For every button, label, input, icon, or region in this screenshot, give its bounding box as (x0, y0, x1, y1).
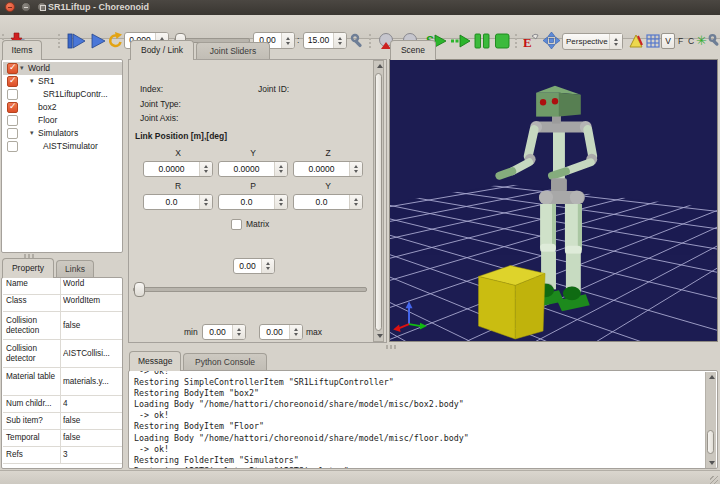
property-value: false (63, 433, 121, 443)
yaw-spinbox[interactable]: 0.0 (293, 194, 363, 210)
property-row[interactable]: Collision detector AISTCollisi... (3, 340, 122, 368)
joint-angle-spinbox[interactable]: 0.00 (233, 258, 275, 274)
minimize-window-icon[interactable] (21, 2, 31, 12)
close-window-icon[interactable] (5, 2, 15, 12)
spin-buttons[interactable] (274, 195, 287, 209)
spin-buttons[interactable] (281, 33, 294, 48)
property-row[interactable]: Refs 3 (3, 447, 122, 464)
joint-slider-track[interactable] (133, 287, 367, 292)
collision-visualization-icon[interactable] (628, 32, 644, 55)
stop-simulation-icon[interactable] (494, 32, 511, 55)
spin-buttons[interactable] (349, 162, 362, 176)
scroll-up-icon[interactable] (377, 64, 383, 68)
property-row[interactable]: Class WorldItem (3, 295, 122, 312)
maximize-window-icon[interactable] (37, 2, 47, 12)
scene-3d-viewport[interactable] (389, 59, 718, 342)
scrollbar-thumb[interactable] (707, 430, 714, 454)
tab-joint-sliders[interactable]: Joint Sliders (196, 42, 270, 59)
pause-simulation-icon[interactable] (474, 32, 491, 55)
spin-buttons[interactable] (199, 162, 212, 176)
scroll-down-icon[interactable] (377, 334, 383, 338)
z-position-spinbox[interactable]: 0.0000 (293, 161, 363, 177)
y-position-spinbox[interactable]: 0.0000 (218, 161, 288, 177)
joint-type-label: Joint Type: (140, 99, 181, 109)
joint-min-value: 0.00 (203, 325, 232, 339)
item-check-checkbox[interactable] (7, 89, 18, 100)
property-row[interactable]: Temporal false (3, 430, 122, 447)
combo-arrows[interactable] (609, 34, 622, 49)
scrollbar-thumb[interactable] (375, 73, 382, 331)
edit-mode-icon[interactable]: E (523, 32, 541, 55)
property-row[interactable]: Collision detection false (3, 312, 122, 340)
scroll-down-icon[interactable] (709, 461, 715, 465)
item-check-checkbox[interactable] (7, 76, 18, 87)
tree-item-box2[interactable]: box2 (3, 101, 122, 114)
item-check-checkbox[interactable] (7, 63, 18, 74)
tab-python-console[interactable]: Python Console (183, 353, 267, 370)
item-check-checkbox[interactable] (7, 102, 18, 113)
property-row[interactable]: Name World (3, 278, 122, 295)
tree-item-sr1[interactable]: ▾ SR1 (3, 75, 122, 88)
scene-3d-render (390, 60, 717, 341)
body-link-scrollbar[interactable] (373, 60, 384, 342)
spin-buttons[interactable] (232, 325, 245, 339)
item-check-checkbox[interactable] (7, 128, 18, 139)
spin-buttons[interactable] (274, 162, 287, 176)
message-console[interactable]: -> ok! Restoring SimpleControllerItem "S… (128, 370, 718, 469)
playback-end-spinbox[interactable]: 15.00 (303, 32, 347, 49)
tree-item-aistsimulator[interactable]: AISTSimulator (3, 140, 122, 153)
splitter-handle[interactable] (386, 345, 398, 349)
tab-message[interactable]: Message (129, 351, 181, 371)
joint-slider-handle[interactable] (134, 282, 145, 297)
expander-icon[interactable]: ▾ (20, 64, 24, 72)
tree-item-sr1liftupcontroller[interactable]: SR1LiftupContr... (3, 88, 122, 101)
spin-buttons[interactable] (349, 195, 362, 209)
refresh-icon[interactable] (107, 32, 124, 55)
spin-buttons[interactable] (333, 33, 346, 48)
expander-icon[interactable]: ▾ (30, 129, 34, 137)
play-icon[interactable] (89, 32, 107, 55)
tree-item-floor[interactable]: Floor (3, 114, 122, 127)
wireframe-grid-icon[interactable] (645, 32, 661, 55)
y-position-value: 0.0000 (219, 162, 274, 176)
item-check-checkbox[interactable] (7, 115, 18, 126)
tab-property[interactable]: Property (2, 258, 54, 278)
tab-scene[interactable]: Scene (390, 40, 436, 60)
joint-max-spinbox[interactable]: 0.00 (259, 324, 303, 340)
scene-settings-wrench-icon[interactable] (708, 32, 720, 55)
collision-toggle-button[interactable]: C (688, 36, 694, 46)
spin-buttons[interactable] (289, 325, 302, 339)
expander-icon[interactable]: ▾ (30, 77, 34, 85)
item-check-checkbox[interactable] (7, 141, 18, 152)
vertex-toggle-button[interactable]: V (661, 33, 675, 49)
tree-item-simulators[interactable]: ▾ Simulators (3, 127, 122, 140)
tree-item-world[interactable]: ▾ World (3, 62, 122, 75)
toolbar-separator (58, 34, 62, 48)
scroll-up-icon[interactable] (709, 375, 715, 379)
time-settings-wrench-icon[interactable] (350, 32, 366, 55)
property-row[interactable]: Sub item? false (3, 413, 122, 430)
spin-buttons[interactable] (261, 259, 274, 273)
matrix-checkbox[interactable] (231, 219, 242, 230)
main-toolbar: 0.000 0.00 : 15.00 S E Perspective (0, 15, 720, 39)
resize-grip[interactable] (710, 476, 718, 484)
property-row[interactable]: Num childr... 4 (3, 396, 122, 413)
roll-spinbox[interactable]: 0.0 (143, 194, 213, 210)
translation-mode-icon[interactable] (543, 32, 560, 55)
property-value: 4 (63, 399, 121, 409)
tab-items[interactable]: Items (2, 40, 42, 60)
application-window: { "window": {"title": "SR1Liftup - Chore… (0, 0, 720, 484)
tab-body-link[interactable]: Body / Link (130, 40, 194, 60)
property-row[interactable]: Material table materials.y... (3, 368, 122, 396)
tab-links[interactable]: Links (56, 260, 94, 277)
play-from-start-icon[interactable] (65, 32, 87, 55)
resume-simulation-icon[interactable] (451, 32, 471, 55)
pitch-spinbox[interactable]: 0.0 (218, 194, 288, 210)
index-label: Index: (140, 84, 163, 94)
face-toggle-button[interactable]: F (678, 36, 683, 46)
camera-select-dropdown[interactable]: Perspective (562, 33, 623, 50)
console-scrollbar[interactable] (705, 372, 716, 468)
spin-buttons[interactable] (199, 195, 212, 209)
joint-min-spinbox[interactable]: 0.00 (202, 324, 246, 340)
x-position-spinbox[interactable]: 0.0000 (143, 161, 213, 177)
